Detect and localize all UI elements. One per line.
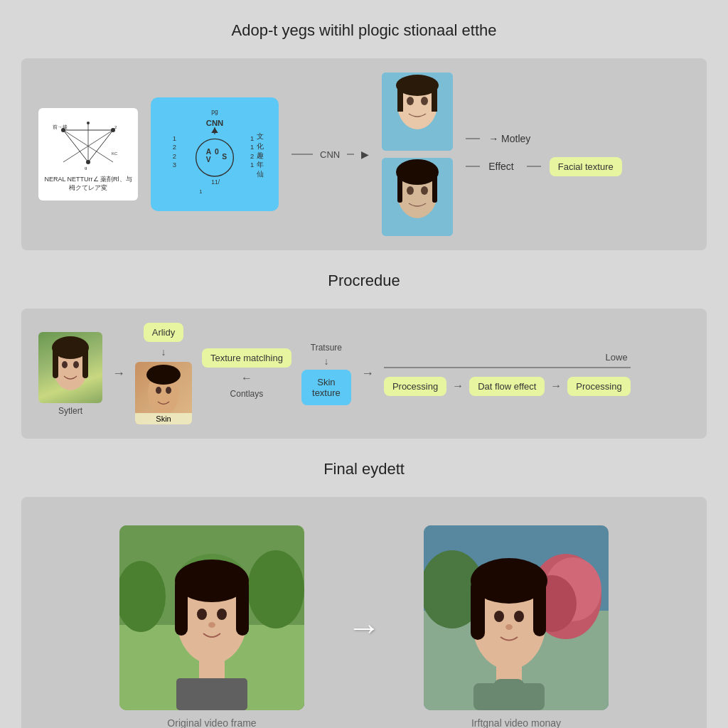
face-svg-2 bbox=[382, 158, 453, 236]
svg-point-65 bbox=[247, 550, 304, 628]
svg-text:趣: 趣 bbox=[257, 151, 264, 159]
section3-panel: Original video frame → bbox=[21, 497, 707, 728]
section1-title: Adop-t yegs witihl plogic stionaal etthe bbox=[21, 14, 707, 47]
section2-title: Procredue bbox=[21, 264, 707, 297]
svg-text:11/: 11/ bbox=[211, 178, 220, 186]
cnn-arrow-connector: CNN ▶ bbox=[291, 149, 369, 160]
cnn-diagram-box: pg CNN 1 2 2 3 1 1 2 1 bbox=[151, 97, 279, 211]
svg-text:2: 2 bbox=[173, 152, 176, 160]
faces-column bbox=[382, 73, 453, 236]
s2-middle-col: Arlidy ↓ Skin bbox=[135, 323, 192, 424]
svg-point-54 bbox=[73, 361, 79, 368]
contlays-label: Contlays bbox=[230, 389, 264, 399]
cnn-diagram-svg: pg CNN 1 2 2 3 1 1 2 1 bbox=[158, 101, 272, 208]
face-box-2 bbox=[382, 158, 453, 236]
svg-point-41 bbox=[421, 97, 428, 105]
sytlert-label: Sytlert bbox=[58, 406, 82, 416]
skin-photo-box: Skin bbox=[135, 362, 192, 424]
lowe-label: Lowe bbox=[384, 352, 628, 363]
svg-text:S: S bbox=[222, 153, 227, 161]
svg-point-8 bbox=[86, 160, 90, 164]
svg-rect-50 bbox=[397, 171, 402, 203]
section2-panel: Sytlert → Arlidy ↓ bbox=[21, 309, 707, 439]
section2-content: Sytlert → Arlidy ↓ bbox=[38, 323, 690, 424]
svg-text:2: 2 bbox=[173, 143, 176, 151]
svg-point-71 bbox=[197, 609, 207, 620]
result-photo-svg bbox=[424, 525, 609, 710]
face-svg-1 bbox=[382, 73, 453, 151]
svg-text:年: 年 bbox=[257, 161, 264, 168]
result-photo bbox=[424, 525, 609, 710]
section1-panel: 前→後 2 g KC NERAL NETTUrr∠ 薬剤Rl、与栂クてレア変 p… bbox=[21, 58, 707, 250]
svg-text:g: g bbox=[85, 166, 87, 170]
section3-title: Final eydett bbox=[21, 453, 707, 486]
dat-flow-effect-box: Dat flow effect bbox=[469, 377, 545, 396]
svg-rect-44 bbox=[432, 83, 437, 112]
svg-point-72 bbox=[217, 609, 227, 620]
svg-text:文: 文 bbox=[257, 132, 264, 140]
arlidy-box: Arlidy bbox=[144, 323, 184, 342]
svg-point-9 bbox=[87, 122, 90, 124]
svg-rect-57 bbox=[82, 346, 88, 378]
process-boxes-row: Processing → Dat flow effect → Processin… bbox=[384, 377, 631, 396]
skin-text-label: Skin bbox=[135, 413, 192, 424]
tratsure-section: Tratsure ↓ Skin texture bbox=[301, 343, 351, 405]
neural-net-box: 前→後 2 g KC NERAL NETTUrr∠ 薬剤Rl、与栂クてレア変 bbox=[38, 108, 138, 200]
svg-point-61 bbox=[146, 365, 181, 385]
svg-line-2 bbox=[88, 130, 113, 162]
svg-rect-56 bbox=[53, 346, 58, 378]
svg-text:3: 3 bbox=[173, 161, 176, 168]
arrow-to-processing: → bbox=[361, 366, 374, 381]
top-connector-line bbox=[384, 367, 631, 368]
face-box-1 bbox=[382, 73, 453, 151]
neural-net-diagram: 前→後 2 g KC bbox=[49, 116, 127, 173]
arrow-left-1: ← bbox=[241, 372, 252, 385]
svg-point-53 bbox=[62, 361, 68, 368]
cnn-arrow-label: CNN bbox=[320, 149, 340, 160]
section1-content: 前→後 2 g KC NERAL NETTUrr∠ 薬剤Rl、与栂クてレア変 p… bbox=[38, 73, 690, 236]
svg-rect-69 bbox=[175, 579, 188, 636]
connector-line2 bbox=[347, 154, 354, 155]
svg-point-40 bbox=[407, 97, 414, 105]
svg-text:0: 0 bbox=[215, 148, 219, 156]
processing-box-1: Processing bbox=[384, 377, 446, 396]
arrow-between-1: → bbox=[452, 380, 464, 392]
svg-rect-70 bbox=[236, 579, 249, 636]
svg-text:1: 1 bbox=[250, 143, 254, 151]
arrow-between-2: → bbox=[550, 380, 562, 392]
svg-rect-85 bbox=[533, 579, 546, 636]
svg-text:2: 2 bbox=[250, 152, 254, 160]
connector-line bbox=[291, 154, 313, 155]
svg-text:A: A bbox=[206, 148, 212, 156]
s1-right: → Motley Effect Facial texture bbox=[466, 133, 622, 176]
svg-point-87 bbox=[514, 611, 524, 622]
svg-rect-43 bbox=[397, 83, 403, 112]
processing-flow: Lowe Processing → Dat flow effect → Proc… bbox=[384, 352, 631, 396]
original-photo-col: Original video frame bbox=[119, 525, 304, 728]
svg-point-88 bbox=[505, 624, 513, 630]
svg-point-48 bbox=[421, 186, 428, 195]
svg-point-47 bbox=[407, 186, 414, 195]
big-arrow: → bbox=[347, 608, 381, 647]
svg-point-73 bbox=[208, 622, 215, 628]
svg-text:CNN: CNN bbox=[206, 119, 223, 127]
svg-point-59 bbox=[156, 387, 161, 394]
facial-texture-box: Facial texture bbox=[550, 157, 622, 176]
svg-point-86 bbox=[494, 611, 504, 622]
motley-label: → Motley bbox=[488, 133, 530, 144]
svg-marker-17 bbox=[211, 127, 218, 133]
section3-content: Original video frame → bbox=[38, 511, 690, 728]
processing-box-2: Processing bbox=[567, 377, 630, 396]
svg-text:V: V bbox=[206, 156, 211, 164]
result-photo-col: Irftgnal video monay bbox=[424, 525, 609, 728]
motley-row: → Motley bbox=[466, 133, 622, 144]
svg-text:1: 1 bbox=[250, 161, 254, 168]
original-photo-svg bbox=[119, 525, 304, 710]
s2-portrait-col: Sytlert bbox=[38, 332, 102, 416]
original-photo bbox=[119, 525, 304, 710]
effect-label: Effect bbox=[488, 161, 514, 172]
svg-rect-84 bbox=[471, 579, 485, 640]
tratsure-label: Tratsure bbox=[311, 343, 342, 353]
svg-rect-91 bbox=[493, 679, 525, 693]
arrow-to-skin: → bbox=[112, 366, 125, 381]
